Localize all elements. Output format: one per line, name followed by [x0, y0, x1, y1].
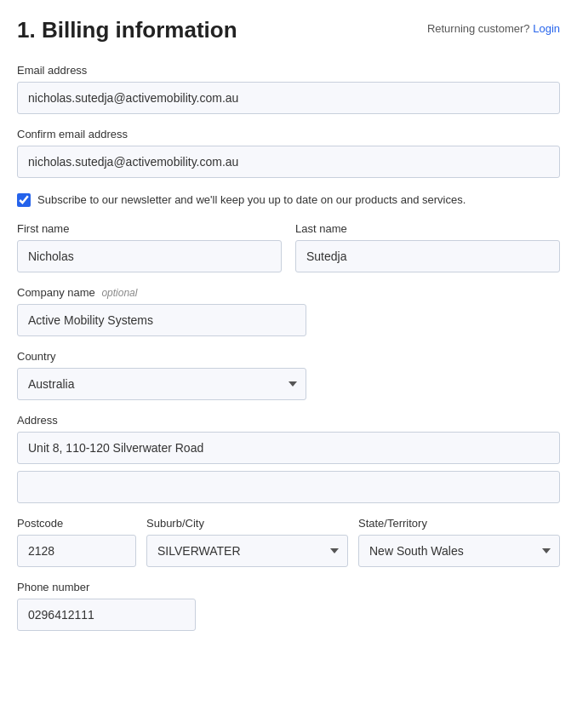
email-group: Email address — [17, 64, 560, 114]
phone-group: Phone number — [17, 581, 196, 631]
returning-customer-text: Returning customer? Login — [427, 17, 560, 35]
confirm-email-group: Confirm email address — [17, 128, 560, 178]
suburb-select[interactable]: SILVERWATER — [146, 535, 348, 567]
country-label: Country — [17, 350, 306, 363]
email-label: Email address — [17, 64, 560, 77]
last-name-input[interactable] — [295, 240, 560, 272]
state-label: State/Territory — [358, 517, 560, 530]
suburb-label: Suburb/City — [146, 517, 348, 530]
address-line2-input[interactable] — [17, 471, 560, 503]
last-name-group: Last name — [295, 222, 560, 272]
company-group: Company name optional — [17, 286, 306, 336]
newsletter-label[interactable]: Subscribe to our newsletter and we'll ke… — [37, 192, 466, 209]
location-row: Postcode Suburb/City SILVERWATER State/T… — [17, 517, 560, 581]
postcode-input[interactable] — [17, 535, 136, 567]
newsletter-checkbox[interactable] — [17, 193, 31, 207]
billing-form: Email address Confirm email address Subs… — [17, 64, 560, 631]
first-name-group: First name — [17, 222, 282, 272]
newsletter-group: Subscribe to our newsletter and we'll ke… — [17, 192, 560, 209]
login-link[interactable]: Login — [533, 22, 560, 35]
country-group: Country Australia New Zealand United Sta… — [17, 350, 306, 400]
address-group: Address — [17, 414, 560, 464]
page-title: 1. Billing information — [17, 17, 237, 43]
state-group: State/Territory Australian Capital Terri… — [358, 517, 560, 567]
company-optional: optional — [101, 287, 137, 299]
confirm-email-input[interactable] — [17, 146, 560, 178]
address-label: Address — [17, 414, 560, 427]
company-label: Company name optional — [17, 286, 306, 299]
country-select[interactable]: Australia New Zealand United States Unit… — [17, 368, 306, 400]
email-input[interactable] — [17, 82, 560, 114]
first-name-label: First name — [17, 222, 282, 235]
postcode-group: Postcode — [17, 517, 136, 567]
last-name-label: Last name — [295, 222, 560, 235]
suburb-group: Suburb/City SILVERWATER — [146, 517, 348, 567]
state-select[interactable]: Australian Capital Territory New South W… — [358, 535, 560, 567]
postcode-label: Postcode — [17, 517, 136, 530]
phone-input[interactable] — [17, 599, 196, 631]
address-line1-input[interactable] — [17, 432, 560, 464]
address-line2-group — [17, 471, 560, 503]
phone-label: Phone number — [17, 581, 196, 593]
confirm-email-label: Confirm email address — [17, 128, 560, 140]
first-name-input[interactable] — [17, 240, 282, 272]
company-input[interactable] — [17, 304, 306, 336]
name-row: First name Last name — [17, 222, 560, 286]
